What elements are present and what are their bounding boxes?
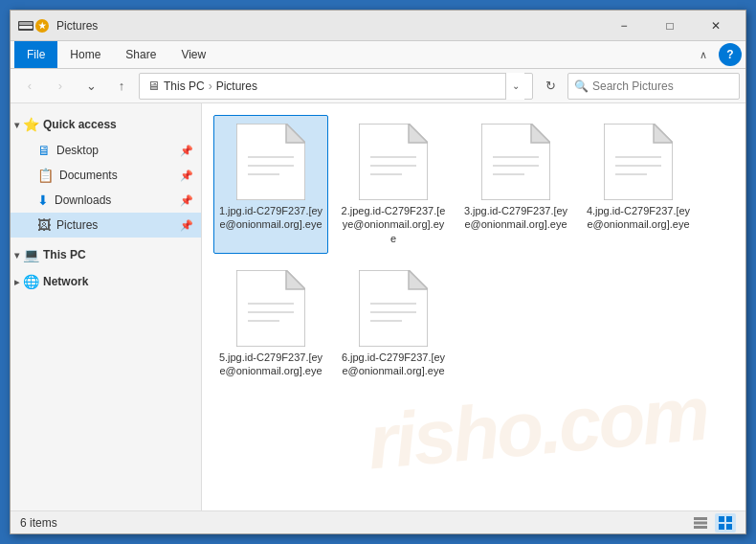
ribbon-tab-bar: File Home Share View ∧ ? — [11, 41, 745, 68]
downloads-label: Downloads — [55, 193, 111, 207]
list-view-button[interactable] — [690, 513, 711, 533]
sidebar-item-documents[interactable]: 📋 Documents 📌 — [11, 163, 201, 188]
window-controls: − □ ✕ — [602, 12, 738, 39]
chevron-thispc-icon: ▾ — [14, 250, 19, 261]
svg-rect-36 — [726, 524, 732, 530]
this-pc-icon: 🖥 — [147, 79, 160, 93]
file-icon-3 — [481, 124, 550, 200]
downloads-icon: ⬇ — [37, 193, 49, 208]
file-item[interactable]: 3.jpg.id-C279F237.[eye@onionmail.org].ey… — [458, 115, 573, 254]
tab-share[interactable]: Share — [113, 41, 168, 68]
refresh-button[interactable]: ↻ — [537, 73, 564, 100]
view-controls — [690, 513, 736, 533]
title-bar: ★ Pictures − □ ✕ — [11, 11, 745, 41]
file-name-1: 1.jpg.id-C279F237.[eye@onionmail.org].ey… — [218, 204, 323, 232]
documents-icon: 📋 — [37, 168, 54, 183]
file-icon-2 — [359, 124, 428, 200]
back-button[interactable]: ‹ — [16, 73, 43, 100]
status-bar: 6 items — [11, 510, 745, 533]
search-input[interactable] — [592, 79, 733, 93]
file-item[interactable]: 5.jpg.id-C279F237.[eye@onionmail.org].ey… — [213, 261, 328, 387]
svg-marker-21 — [286, 270, 305, 289]
file-icon-6 — [359, 270, 428, 347]
file-area: risho.com 1.jpg.id-C279F237.[eye@onionma… — [202, 103, 745, 510]
file-name-3: 3.jpg.id-C279F237.[eye@onionmail.org].ey… — [463, 204, 568, 232]
tab-home[interactable]: Home — [57, 41, 113, 68]
desktop-icon: 🖥 — [37, 143, 51, 158]
up-button[interactable]: ↑ — [108, 73, 135, 100]
explorer-window: ★ Pictures − □ ✕ File Home Share View ∧ … — [10, 10, 746, 534]
chevron-network-icon: ▸ — [14, 277, 19, 287]
file-grid: 1.jpg.id-C279F237.[eye@onionmail.org].ey… — [213, 115, 734, 386]
pictures-folder-icon: 🖼 — [37, 217, 51, 233]
svg-marker-11 — [531, 124, 550, 143]
ribbon-expand-area: ∧ ? — [692, 43, 742, 66]
svg-rect-33 — [719, 516, 724, 522]
svg-rect-30 — [694, 517, 707, 520]
svg-marker-6 — [409, 124, 428, 143]
large-icons-view-button[interactable] — [715, 513, 736, 533]
file-icon-4 — [604, 124, 673, 200]
svg-rect-34 — [726, 516, 732, 522]
item-count: 6 items — [20, 516, 57, 530]
documents-label: Documents — [59, 169, 118, 182]
file-name-4: 4.jpg.id-C279F237.[eye@onionmail.org].ey… — [586, 204, 691, 232]
sidebar-item-pictures[interactable]: 🖼 Pictures 📌 — [11, 213, 201, 238]
pin-icon-downloads: 📌 — [180, 194, 193, 207]
file-name-2: 2.jpeg.id-C279F237.[eye@onionmail.org].e… — [341, 204, 446, 245]
svg-rect-31 — [694, 521, 707, 524]
sidebar: ▾ ⭐ Quick access 🖥 Desktop 📌 📋 Documents… — [11, 103, 202, 510]
svg-marker-26 — [409, 270, 428, 289]
ribbon-collapse-button[interactable]: ∧ — [692, 43, 715, 66]
search-icon: 🔍 — [574, 79, 589, 93]
pin-icon-pictures: 📌 — [180, 219, 193, 232]
tab-file[interactable]: File — [14, 41, 57, 68]
chevron-right-icon: ▾ — [14, 120, 19, 130]
main-content: ▾ ⭐ Quick access 🖥 Desktop 📌 📋 Documents… — [11, 103, 745, 510]
window-title: Pictures — [56, 19, 602, 33]
desktop-label: Desktop — [56, 144, 99, 157]
pictures-sidebar-label: Pictures — [56, 218, 98, 232]
path-dropdown-button[interactable]: ⌄ — [505, 73, 524, 100]
svg-marker-1 — [286, 124, 305, 143]
pictures-label[interactable]: Pictures — [216, 79, 257, 93]
minimize-button[interactable]: − — [602, 12, 646, 39]
recent-locations-button[interactable]: ⌄ — [78, 73, 104, 100]
search-box[interactable]: 🔍 — [567, 73, 740, 100]
watermark: risho.com — [364, 370, 710, 487]
svg-rect-35 — [719, 524, 724, 530]
address-bar: ‹ › ⌄ ↑ 🖥 This PC › Pictures ⌄ ↻ 🔍 — [11, 69, 745, 103]
close-button[interactable]: ✕ — [694, 12, 738, 39]
help-button[interactable]: ? — [719, 43, 742, 66]
sidebar-item-downloads[interactable]: ⬇ Downloads 📌 — [11, 188, 201, 213]
file-item[interactable]: 6.jpg.id-C279F237.[eye@onionmail.org].ey… — [336, 261, 451, 387]
file-item[interactable]: 1.jpg.id-C279F237.[eye@onionmail.org].ey… — [213, 115, 328, 254]
svg-marker-16 — [654, 124, 673, 143]
thispc-header[interactable]: ▾ 💻 This PC — [11, 241, 201, 268]
file-icon-5 — [236, 270, 305, 347]
pin-icon-desktop: 📌 — [180, 145, 193, 157]
network-icon: 🌐 — [23, 274, 39, 289]
svg-rect-32 — [694, 526, 707, 529]
maximize-button[interactable]: □ — [648, 12, 692, 39]
quick-access-header[interactable]: ▾ ⭐ Quick access — [11, 111, 201, 138]
sidebar-item-desktop[interactable]: 🖥 Desktop 📌 — [11, 138, 201, 163]
this-pc-label[interactable]: This PC — [164, 79, 205, 93]
ribbon: File Home Share View ∧ ? — [11, 41, 745, 69]
file-icon-1 — [236, 124, 305, 200]
forward-button[interactable]: › — [47, 73, 74, 100]
network-header[interactable]: ▸ 🌐 Network — [11, 268, 201, 295]
pin-icon-documents: 📌 — [180, 170, 193, 182]
file-name-6: 6.jpg.id-C279F237.[eye@onionmail.org].ey… — [341, 351, 446, 378]
file-name-5: 5.jpg.id-C279F237.[eye@onionmail.org].ey… — [218, 351, 323, 378]
file-item[interactable]: 2.jpeg.id-C279F237.[eye@onionmail.org].e… — [336, 115, 451, 254]
path-separator-1: › — [209, 79, 212, 93]
address-path[interactable]: 🖥 This PC › Pictures ⌄ — [139, 73, 533, 100]
network-label: Network — [43, 275, 88, 288]
file-item[interactable]: 4.jpg.id-C279F237.[eye@onionmail.org].ey… — [581, 115, 696, 254]
thispc-icon: 💻 — [23, 247, 39, 262]
title-bar-icons: ★ — [18, 19, 49, 33]
quick-access-label: Quick access — [43, 118, 117, 131]
quick-access-star-icon: ⭐ — [23, 117, 39, 132]
tab-view[interactable]: View — [168, 41, 218, 68]
